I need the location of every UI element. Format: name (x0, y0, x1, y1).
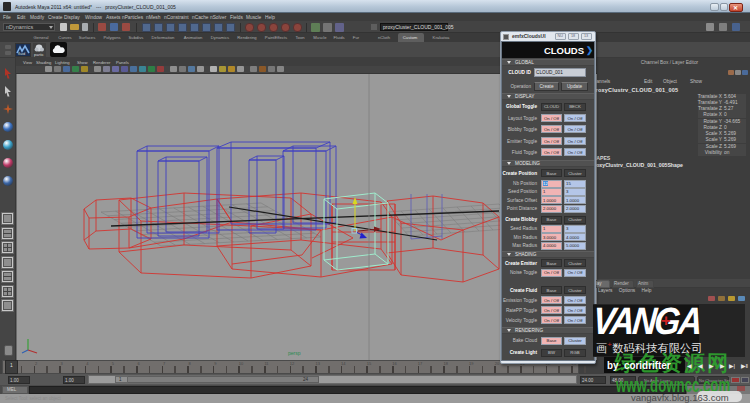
svg-text:fluid: fluid (18, 51, 25, 56)
